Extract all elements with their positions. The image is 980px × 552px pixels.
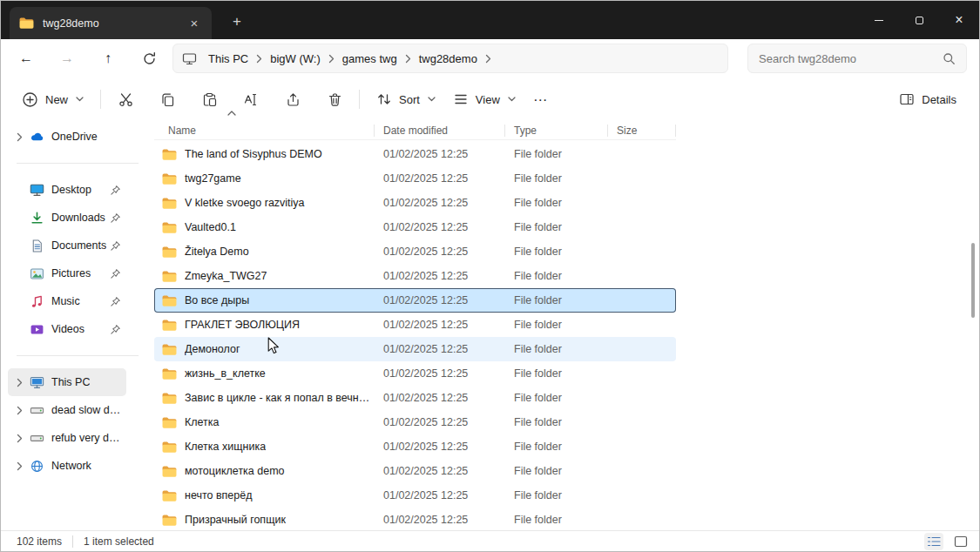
file-name: мотоциклетка demo [185,465,285,477]
sidebar-item-label: dead slow drive [51,404,123,416]
cut-button[interactable] [109,84,142,114]
sidebar-item-label: OneDrive [51,131,98,143]
view-button[interactable]: View [444,85,524,113]
search-icon [943,52,956,65]
file-name: Vaulted0.1 [185,221,236,233]
rename-icon [243,91,260,108]
sidebar-item-dead-slow-drive[interactable]: dead slow drive [8,396,126,424]
file-row[interactable]: нечто вперёд01/02/2025 12:25File folder [154,483,676,508]
large-icons-view-toggle[interactable] [951,533,970,550]
sidebar-item-label: Pictures [51,267,91,279]
sidebar-item-onedrive[interactable]: OneDrive [8,123,126,151]
copy-button[interactable] [151,84,184,114]
file-row[interactable]: мотоциклетка demo01/02/2025 12:25File fo… [154,459,676,483]
column-header-name[interactable]: Name [154,121,375,139]
file-row[interactable]: ГРАКЛЕТ ЭВОЛЮЦИЯ01/02/2025 12:25File fol… [154,313,676,337]
search-input[interactable]: Search twg28demo [747,44,967,73]
rename-button[interactable] [234,84,267,114]
file-row[interactable]: Завис в цикле - как я попал в вечный к..… [154,386,676,410]
up-button[interactable]: ↑ [93,44,123,72]
column-header-size[interactable]: Size [608,121,676,139]
file-type: File folder [505,197,608,209]
chevron-right-icon[interactable] [405,54,411,64]
sidebar-item-this-pc[interactable]: This PC [8,368,126,396]
file-row[interactable]: Во все дыры01/02/2025 12:25File folder [154,288,676,313]
sidebar-item-documents[interactable]: Documents [8,232,126,259]
downloads-icon [29,211,44,226]
file-row[interactable]: Zmeyka_TWG2701/02/2025 12:25File folder [154,264,676,288]
file-type: File folder [505,148,608,160]
breadcrumb-this-pc[interactable]: This PC [202,50,254,68]
file-date-modified: 01/02/2025 12:25 [375,514,505,526]
scrollbar-thumb[interactable] [971,243,975,318]
breadcrumb-bigw-drive[interactable]: bigW (W:) [264,50,327,68]
sidebar-item-refub-very-dead[interactable]: refub very dead [8,424,126,452]
tab-twg28demo[interactable]: twg28demo × [10,7,212,39]
sidebar-item-pictures[interactable]: Pictures [8,259,126,287]
file-row[interactable]: V kletke svoego razvitiya01/02/2025 12:2… [154,191,676,215]
sidebar-item-desktop[interactable]: Desktop [8,176,126,204]
sidebar-item-music[interactable]: Music [8,287,126,315]
expand-chevron-icon[interactable] [11,378,27,387]
refresh-icon [142,51,157,66]
sidebar-divider [17,163,139,164]
minimize-button[interactable] [859,1,899,39]
maximize-button[interactable] [899,1,939,39]
column-header-date-modified[interactable]: Date modified [375,121,505,139]
chevron-down-icon [428,97,436,102]
folder-icon [161,441,178,454]
scissors-icon [118,91,134,108]
file-row[interactable]: Призрачный гопщик01/02/2025 12:25File fo… [154,508,676,532]
expand-chevron-icon[interactable] [11,434,27,443]
file-row[interactable]: Демонолог01/02/2025 12:25File folder [154,337,676,361]
back-button[interactable]: ← [11,44,41,72]
expand-chevron-icon[interactable] [11,132,27,142]
new-icon [22,91,38,108]
chevron-right-icon[interactable] [328,54,335,64]
file-explorer-window: { "titlebar": { "tab_title": "twg28demo"… [0,0,980,552]
details-button[interactable]: Details [890,85,965,113]
file-row[interactable]: Клетка01/02/2025 12:25File folder [154,410,676,434]
sort-button[interactable]: Sort [368,85,444,113]
file-name: ГРАКЛЕТ ЭВОЛЮЦИЯ [185,319,300,331]
chevron-right-icon[interactable] [485,54,491,64]
new-tab-button[interactable]: + [224,10,250,33]
sidebar-item-network[interactable]: Network [8,452,126,480]
sidebar-item-videos[interactable]: Videos [8,315,126,343]
new-button[interactable]: New [13,85,92,114]
file-name: Демонолог [185,343,240,355]
refresh-button[interactable] [134,44,164,72]
file-name: V kletke svoego razvitiya [185,197,305,209]
paste-button[interactable] [193,84,226,114]
file-type: File folder [505,465,608,477]
chevron-right-icon[interactable] [256,54,262,64]
this-pc-icon [29,375,44,390]
file-row[interactable]: Žitelya Demo01/02/2025 12:25File folder [154,239,676,264]
file-row[interactable]: twg27game01/02/2025 12:25File folder [154,166,676,191]
file-name: Во все дыры [185,294,249,306]
breadcrumb-twg28demo[interactable]: twg28demo [413,50,483,68]
share-icon [285,91,301,108]
file-row[interactable]: Vaulted0.101/02/2025 12:25File folder [154,215,676,239]
file-name: Zmeyka_TWG27 [185,270,267,282]
sidebar-item-downloads[interactable]: Downloads [8,204,126,232]
toolbar-divider [359,90,360,109]
share-button[interactable] [276,84,309,114]
videos-icon [29,322,44,337]
close-tab-icon[interactable]: × [186,15,203,32]
breadcrumb-games-twg[interactable]: games twg [336,50,403,68]
folder-icon [161,246,178,259]
forward-button[interactable]: → [52,44,82,72]
close-button[interactable]: × [939,1,979,39]
vertical-scrollbar[interactable] [969,123,977,528]
details-view-toggle[interactable] [924,533,943,550]
file-row[interactable]: жизнь_в_клетке01/02/2025 12:25File folde… [154,361,676,386]
expand-chevron-icon[interactable] [11,461,27,471]
file-row[interactable]: Клетка хищника01/02/2025 12:25File folde… [154,434,676,459]
sidebar-item-label: Network [51,460,91,472]
delete-button[interactable] [318,84,351,114]
column-header-type[interactable]: Type [505,121,608,139]
file-row[interactable]: The land of Sisyphus DEMO01/02/2025 12:2… [154,142,676,166]
expand-chevron-icon[interactable] [11,406,27,415]
more-options-button[interactable]: … [524,84,558,114]
